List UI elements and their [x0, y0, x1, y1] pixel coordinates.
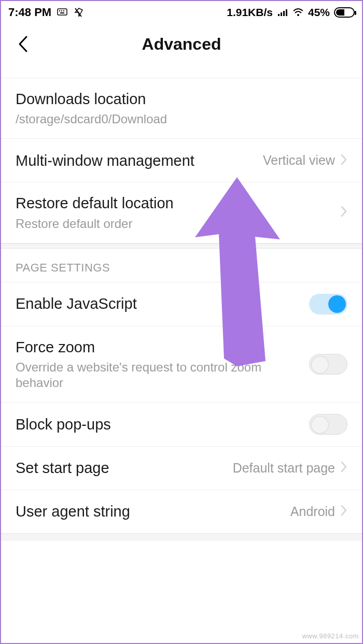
section-divider	[1, 534, 362, 541]
section-header-page-settings: PAGE SETTINGS	[1, 249, 362, 282]
svg-rect-1	[59, 10, 60, 11]
watermark: www.989214.com	[302, 632, 359, 640]
svg-rect-7	[283, 11, 285, 16]
row-value: Vertical view	[263, 153, 335, 168]
row-enable-javascript[interactable]: Enable JavaScript	[1, 282, 362, 326]
row-value: Default start page	[233, 461, 335, 476]
toggle-force-zoom[interactable]	[309, 354, 347, 375]
status-battery-pct: 45%	[308, 6, 330, 19]
settings-group-page: Enable JavaScript Force zoom Override a …	[1, 282, 362, 534]
svg-rect-8	[286, 9, 287, 16]
row-title: Force zoom	[16, 338, 309, 356]
row-downloads-location[interactable]: Downloads location /storage/sdcard0/Down…	[1, 78, 362, 139]
app-header: Advanced	[1, 24, 362, 64]
status-time: 7:48 PM	[8, 6, 51, 19]
status-netspeed: 1.91KB/s	[227, 6, 273, 19]
wifi-icon	[292, 7, 304, 18]
row-subtitle: Override a website's request to control …	[16, 360, 309, 391]
back-button[interactable]	[12, 34, 33, 54]
row-title: Set start page	[16, 459, 233, 477]
row-title: Downloads location	[16, 90, 347, 108]
status-left: 7:48 PM	[8, 6, 85, 19]
svg-point-9	[297, 14, 299, 16]
svg-rect-4	[60, 12, 64, 13]
row-user-agent[interactable]: User agent string Android	[1, 490, 362, 534]
toggle-enable-javascript[interactable]	[309, 294, 347, 314]
row-set-start-page[interactable]: Set start page Default start page	[1, 447, 362, 490]
row-title: Restore default location	[16, 194, 340, 212]
battery-icon	[334, 7, 355, 18]
svg-rect-5	[278, 14, 280, 16]
row-force-zoom[interactable]: Force zoom Override a website's request …	[1, 326, 362, 403]
chevron-right-icon	[340, 461, 347, 475]
keyboard-icon	[57, 7, 68, 18]
status-right: 1.91KB/s 45%	[227, 6, 355, 19]
settings-group-general: Downloads location /storage/sdcard0/Down…	[1, 78, 362, 244]
chevron-right-icon	[340, 504, 347, 519]
page-title: Advanced	[142, 35, 221, 54]
svg-rect-2	[61, 10, 62, 11]
svg-rect-6	[281, 12, 282, 16]
chevron-right-icon	[340, 205, 347, 220]
row-restore-default[interactable]: Restore default location Restore default…	[1, 182, 362, 243]
toggle-block-popups[interactable]	[309, 414, 347, 435]
svg-rect-0	[58, 9, 67, 15]
status-bar: 7:48 PM 1.91KB/s 45%	[1, 1, 362, 24]
row-block-popups[interactable]: Block pop-ups	[1, 403, 362, 447]
svg-rect-3	[63, 10, 64, 11]
row-title: User agent string	[16, 502, 290, 521]
signal-icon	[277, 7, 288, 18]
row-title: Multi-window management	[16, 151, 263, 170]
chevron-left-icon	[17, 35, 29, 53]
chevron-right-icon	[340, 153, 347, 168]
row-multi-window[interactable]: Multi-window management Vertical view	[1, 139, 362, 182]
row-subtitle: Restore default order	[16, 216, 340, 232]
location-off-icon	[73, 7, 85, 18]
section-divider	[1, 244, 362, 249]
row-subtitle: /storage/sdcard0/Download	[16, 111, 347, 127]
row-title: Block pop-ups	[16, 415, 309, 434]
row-value: Android	[290, 504, 335, 519]
row-title: Enable JavaScript	[16, 294, 309, 313]
